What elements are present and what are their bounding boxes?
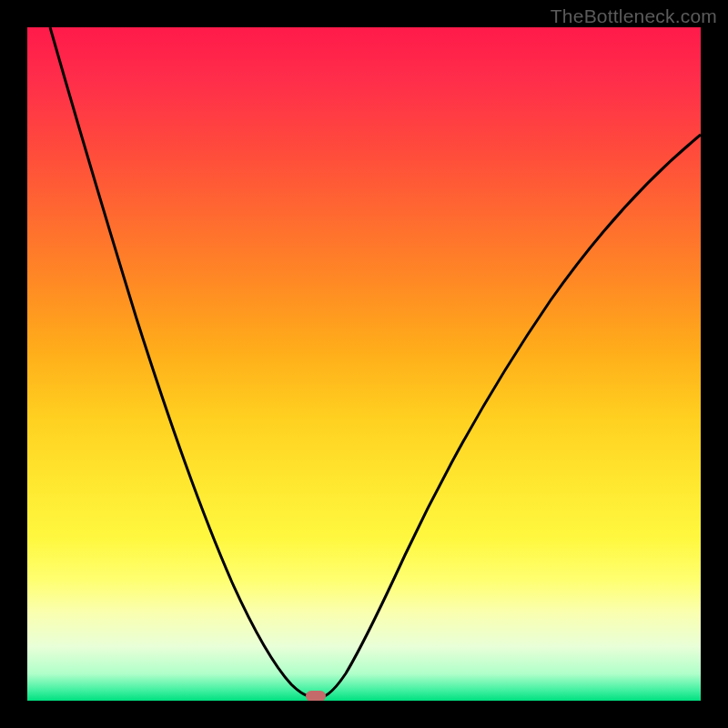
- curve-layer: [27, 27, 701, 701]
- watermark-text: TheBottleneck.com: [551, 5, 717, 27]
- bottleneck-curve: [50, 27, 701, 697]
- minimum-marker: [306, 691, 326, 701]
- plot-area: [27, 27, 701, 701]
- chart-frame: TheBottleneck.com: [0, 0, 728, 728]
